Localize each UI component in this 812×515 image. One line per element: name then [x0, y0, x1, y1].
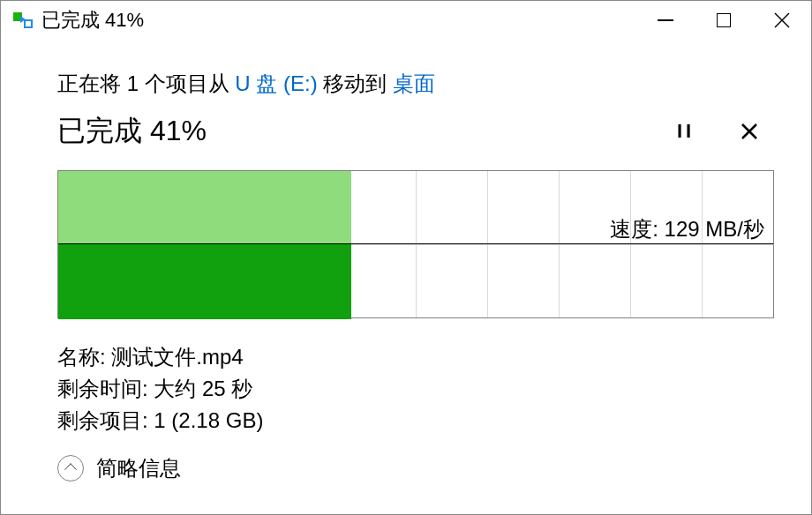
detail-time-value: 大约 25 秒: [154, 377, 252, 400]
speed-chart-container: 速度: 129 MB/秒: [57, 170, 771, 318]
detail-time-row: 剩余时间: 大约 25 秒: [57, 373, 771, 405]
close-icon: [774, 12, 790, 28]
detail-name-value: 测试文件.mp4: [111, 345, 243, 369]
speed-label: 速度: 129 MB/秒: [610, 215, 764, 243]
detail-name-row: 名称: 测试文件.mp4: [57, 341, 771, 373]
details-toggle[interactable]: 简略信息: [57, 454, 181, 482]
pause-icon: II: [677, 120, 695, 143]
transfer-details: 名称: 测试文件.mp4 剩余时间: 大约 25 秒 剩余项目: 1 (2.18…: [57, 341, 771, 437]
titlebar: 已完成 41%: [1, 1, 811, 40]
detail-items-value: 1 (2.18 GB): [154, 408, 263, 432]
minimize-button[interactable]: [636, 1, 695, 40]
close-window-button[interactable]: [753, 1, 811, 40]
destination-link[interactable]: 桌面: [393, 71, 435, 95]
progress-actions: II: [673, 119, 762, 144]
maximize-button[interactable]: [695, 1, 753, 40]
details-toggle-label: 简略信息: [96, 454, 181, 482]
detail-items-label: 剩余项目:: [57, 408, 154, 432]
window-controls: [636, 1, 811, 40]
operation-description: 正在将 1 个项目从 U 盘 (E:) 移动到 桌面: [57, 70, 771, 98]
detail-items-row: 剩余项目: 1 (2.18 GB): [57, 405, 771, 437]
progress-title: 已完成 41%: [57, 112, 207, 151]
cancel-button[interactable]: [737, 119, 762, 144]
cancel-icon: [741, 123, 758, 140]
progress-header: 已完成 41% II: [57, 112, 771, 151]
chevron-up-icon: [57, 455, 84, 481]
titlebar-left: 已完成 41%: [13, 7, 144, 34]
pause-button[interactable]: II: [673, 119, 698, 144]
dialog-body: 正在将 1 个项目从 U 盘 (E:) 移动到 桌面 已完成 41% II 速度…: [1, 40, 811, 514]
speed-chart: 速度: 129 MB/秒: [57, 170, 774, 318]
detail-time-label: 剩余时间:: [57, 377, 154, 400]
source-link[interactable]: U 盘 (E:): [235, 71, 317, 95]
detail-name-label: 名称:: [57, 345, 111, 369]
window-title: 已完成 41%: [41, 7, 144, 34]
operation-middle: 移动到: [318, 71, 393, 95]
operation-prefix: 正在将 1 个项目从: [57, 71, 235, 95]
move-file-icon: [13, 12, 33, 28]
file-transfer-dialog: 已完成 41% 正在将 1 个项目从 U 盘 (E:) 移动到 桌面 已完成 4…: [0, 0, 812, 515]
